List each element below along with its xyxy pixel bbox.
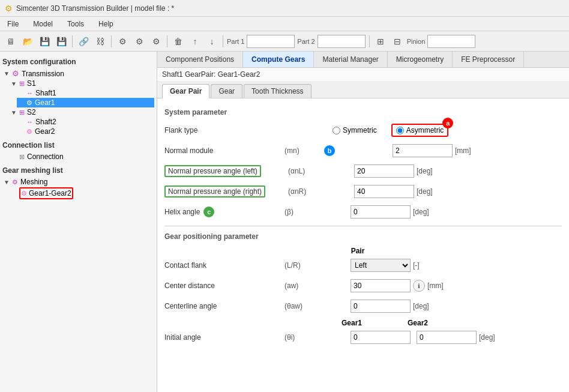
radio-asymmetric-input[interactable] — [396, 127, 404, 134]
normal-module-symbol: (mn) — [284, 146, 321, 155]
centerline-angle-unit: [deg] — [413, 302, 440, 310]
gear-col-headers: Gear1 Gear2 — [164, 319, 562, 327]
expand-g1g2-icon — [11, 190, 17, 197]
contact-flank-label: Contact flank — [164, 261, 284, 270]
toolbar-down[interactable]: ↓ — [205, 34, 219, 49]
tab-fe-preprocessor[interactable]: FE Preprocessor — [453, 52, 524, 67]
tree-s2[interactable]: ▼ ⊞ S2 — [10, 107, 154, 117]
angle-right-box: Normal pressure angle (right) — [164, 185, 265, 198]
toolbar-save[interactable]: 💾 — [37, 34, 52, 49]
pressure-angle-left-label: Normal pressure angle (left) — [164, 167, 284, 175]
center-distance-input[interactable] — [351, 279, 411, 292]
centerline-angle-symbol: (θaw) — [284, 302, 321, 310]
part2-input[interactable] — [318, 35, 366, 48]
pressure-angle-right-unit: [deg] — [417, 187, 444, 196]
contact-flank-select[interactable]: Left Right — [351, 259, 411, 272]
pair-header-label: Pair — [322, 247, 394, 255]
normal-module-input[interactable] — [393, 144, 453, 157]
initial-angle-label: Initial angle — [164, 333, 284, 342]
menu-bar: File Model Tools Help — [0, 17, 569, 31]
gear1-icon: ⚙ — [26, 99, 32, 107]
breadcrumb: Shaft1 GearPair: Gear1-Gear2 — [157, 68, 569, 82]
center-distance-info[interactable]: ℹ — [413, 280, 425, 292]
menu-tools[interactable]: Tools — [65, 19, 86, 29]
expand-shaft2-icon — [18, 119, 24, 125]
toolbar-icon2[interactable]: ⊟ — [390, 34, 405, 49]
shaft2-icon: ↔ — [26, 118, 33, 125]
tab-component-positions[interactable]: Component Positions — [157, 52, 243, 67]
tab-gear-pair[interactable]: Gear Pair — [162, 84, 209, 98]
tree-shaft2[interactable]: ↔ Shaft2 — [17, 117, 154, 127]
tree-gear1-gear2[interactable]: ⚙ Gear1-Gear2 — [10, 187, 154, 200]
title-bar: ⚙ Simcenter 3D Transmission Builder | mo… — [0, 0, 569, 17]
expand-meshing-icon: ▼ — [4, 179, 10, 185]
toolbar-gear1[interactable]: ⚙ — [115, 34, 130, 49]
tree-transmission[interactable]: ▼ ⚙ Transmission — [2, 68, 154, 79]
radio-asymmetric[interactable]: Asymmetric — [396, 126, 444, 134]
radio-symmetric[interactable]: Symmetric — [333, 126, 377, 134]
menu-file[interactable]: File — [5, 19, 21, 29]
system-config-title: System configuration — [2, 58, 154, 66]
tree-connection[interactable]: ⊠ Connection — [10, 152, 154, 161]
initial-angle-gear1-input[interactable] — [351, 331, 411, 344]
pressure-angle-left-input[interactable] — [354, 164, 414, 178]
tree-shaft1[interactable]: ↔ Shaft1 — [17, 88, 154, 98]
pressure-angle-left-unit: [deg] — [417, 167, 444, 175]
toolbar-up[interactable]: ↑ — [188, 34, 202, 49]
asymmetric-box: Asymmetric a — [391, 124, 449, 137]
pressure-angle-right-input[interactable] — [354, 185, 414, 198]
menu-help[interactable]: Help — [96, 19, 116, 29]
toolbar-open[interactable]: 📂 — [20, 34, 35, 49]
helix-angle-input[interactable] — [351, 205, 411, 219]
toolbar-gear3[interactable]: ⚙ — [149, 34, 163, 49]
tree-gear2[interactable]: ⚙ Gear2 — [17, 127, 154, 136]
part1-input[interactable] — [247, 35, 295, 48]
app-icon: ⚙ — [5, 4, 13, 13]
gear-mesh-icon: ⚙ — [21, 190, 27, 198]
s2-icon: ⊞ — [19, 109, 25, 116]
pressure-angle-right-symbol: (αnR) — [288, 187, 324, 196]
flank-type-label: Flank type — [164, 126, 284, 134]
toolbar-save2[interactable]: 💾 — [54, 34, 68, 49]
tree-label-shaft2: Shaft2 — [35, 118, 56, 126]
center-distance-label: Center distance — [164, 282, 284, 290]
centerline-angle-input[interactable] — [351, 300, 411, 313]
tree-meshing[interactable]: ▼ ⚙ Meshing — [2, 177, 154, 187]
breadcrumb-text: Shaft1 GearPair: Gear1-Gear2 — [162, 70, 260, 79]
expand-gear1-icon — [18, 100, 24, 106]
expand-s2-icon: ▼ — [11, 109, 17, 116]
tree-label-s2: S2 — [27, 108, 36, 116]
toolbar-new[interactable]: 🖥 — [4, 34, 18, 49]
title-text: Simcenter 3D Transmission Builder | mode… — [16, 4, 174, 13]
tree-gear1[interactable]: ⚙ Gear1 — [17, 98, 154, 107]
expand-s1-icon: ▼ — [11, 80, 17, 87]
part1-label: Part 1 — [227, 38, 244, 45]
gear-col-spacer — [164, 319, 322, 327]
helix-angle-row: Helix angle c (β) [deg] — [164, 204, 562, 220]
tree-label-meshing: Meshing — [20, 178, 47, 186]
tab-compute-gears[interactable]: Compute Gears — [243, 52, 314, 67]
tree-s1[interactable]: ▼ ⊞ S1 — [10, 79, 154, 88]
toolbar-gear2[interactable]: ⚙ — [132, 34, 146, 49]
toolbar-link[interactable]: 🔗 — [76, 34, 91, 49]
toolbar-delete[interactable]: 🗑 — [171, 34, 185, 49]
initial-angle-gear2-input[interactable] — [417, 331, 477, 344]
tab-microgeometry[interactable]: Microgeometry — [388, 52, 453, 67]
toolbar-chain[interactable]: ⛓ — [93, 34, 107, 49]
badge-b: b — [324, 145, 335, 156]
tab-tooth-thickness[interactable]: Tooth Thickness — [244, 84, 312, 98]
tab-material-manager[interactable]: Material Manager — [314, 52, 387, 67]
tab-gear[interactable]: Gear — [211, 84, 242, 98]
pinion-input[interactable] — [427, 35, 475, 48]
normal-module-label: Normal module — [164, 146, 284, 155]
radio-asymmetric-label: Asymmetric — [406, 126, 444, 134]
radio-symmetric-input[interactable] — [333, 127, 340, 134]
meshing-icon: ⚙ — [12, 178, 18, 186]
initial-angle-unit: [deg] — [479, 333, 506, 342]
menu-model[interactable]: Model — [31, 19, 55, 29]
pressure-angle-left-row: Normal pressure angle (left) (αnL) [deg] — [164, 163, 562, 179]
tree-label-connection: Connection — [27, 152, 64, 161]
toolbar-icon1[interactable]: ⊞ — [373, 34, 388, 49]
tree-label-s1: S1 — [27, 79, 36, 88]
conn-icon: ⊠ — [19, 153, 25, 161]
